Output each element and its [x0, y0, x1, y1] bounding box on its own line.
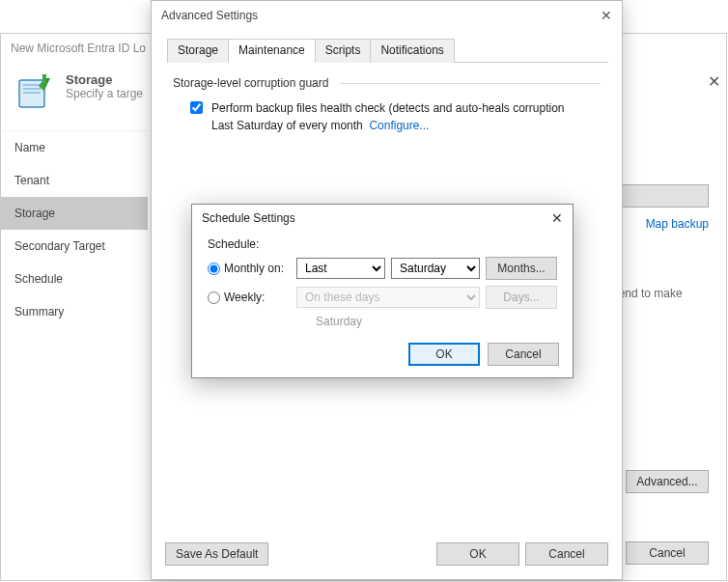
wizard-nav: Name Tenant Storage Secondary Target Sch… [1, 130, 148, 555]
selected-days-text: Saturday [316, 315, 557, 328]
advanced-title: Advanced Settings [161, 9, 258, 22]
configure-link[interactable]: Configure... [369, 119, 429, 132]
advanced-ok-button[interactable]: OK [436, 542, 519, 566]
tab-notifications[interactable]: Notifications [370, 39, 454, 63]
page-subtitle: Specify a targe [66, 87, 143, 100]
monthly-ordinal-select[interactable]: Last [296, 258, 385, 279]
schedule-settings-dialog: Schedule Settings ✕ Schedule: Monthly on… [191, 204, 574, 378]
weekly-row: Weekly: On these days Days... [208, 286, 557, 309]
close-icon[interactable]: ✕ [708, 72, 720, 91]
group-corruption-guard: Storage-level corruption guard [173, 76, 601, 90]
monthly-radio[interactable] [208, 263, 220, 275]
nav-item-schedule[interactable]: Schedule [1, 263, 148, 295]
schedule-title: Schedule Settings [202, 211, 295, 225]
nav-item-storage[interactable]: Storage [1, 197, 148, 230]
nav-item-secondary-target[interactable]: Secondary Target [1, 230, 148, 263]
storage-icon [15, 72, 54, 111]
tab-storage[interactable]: Storage [167, 39, 229, 63]
months-button[interactable]: Months... [486, 257, 557, 280]
page-title: Storage [66, 72, 143, 87]
weekly-days-select: On these days [296, 287, 480, 308]
svg-rect-2 [23, 88, 41, 90]
svg-rect-3 [23, 92, 41, 94]
advanced-cancel-button[interactable]: Cancel [525, 542, 608, 566]
weekly-radio[interactable] [208, 291, 220, 304]
save-as-default-button[interactable]: Save As Default [165, 542, 268, 566]
wizard-cancel-button[interactable]: Cancel [626, 541, 709, 565]
monthly-row: Monthly on: Last Saturday Months... [208, 257, 557, 280]
nav-item-tenant[interactable]: Tenant [1, 164, 148, 197]
schedule-titlebar: Schedule Settings ✕ [192, 205, 573, 232]
wizard-title: New Microsoft Entra ID Lo [11, 42, 146, 55]
map-backup-link[interactable]: Map backup [646, 217, 709, 231]
nav-item-summary[interactable]: Summary [1, 295, 148, 328]
monthly-day-select[interactable]: Saturday [391, 258, 480, 279]
close-icon[interactable]: ✕ [551, 210, 563, 226]
health-check-label: Perform backup files health check (detec… [211, 99, 565, 134]
nav-item-name[interactable]: Name [1, 131, 148, 164]
advanced-titlebar: Advanced Settings ✕ [152, 1, 622, 30]
schedule-label: Schedule: [208, 237, 557, 251]
days-button: Days... [486, 286, 557, 309]
svg-rect-4 [42, 74, 46, 84]
schedule-cancel-button[interactable]: Cancel [488, 343, 559, 366]
tab-maintenance[interactable]: Maintenance [228, 39, 316, 63]
advanced-button[interactable]: Advanced... [626, 470, 709, 493]
svg-rect-1 [23, 84, 41, 86]
repository-combo[interactable] [612, 184, 709, 208]
health-check-checkbox[interactable] [190, 101, 203, 114]
close-icon[interactable]: ✕ [601, 8, 612, 23]
schedule-ok-button[interactable]: OK [408, 343, 480, 366]
monthly-radio-label[interactable]: Monthly on: [208, 262, 291, 275]
weekly-radio-label[interactable]: Weekly: [208, 291, 291, 304]
tab-content-maintenance: Storage-level corruption guard Perform b… [165, 63, 608, 148]
advanced-tabs: Storage Maintenance Scripts Notification… [167, 38, 608, 63]
tab-scripts[interactable]: Scripts [315, 39, 372, 63]
